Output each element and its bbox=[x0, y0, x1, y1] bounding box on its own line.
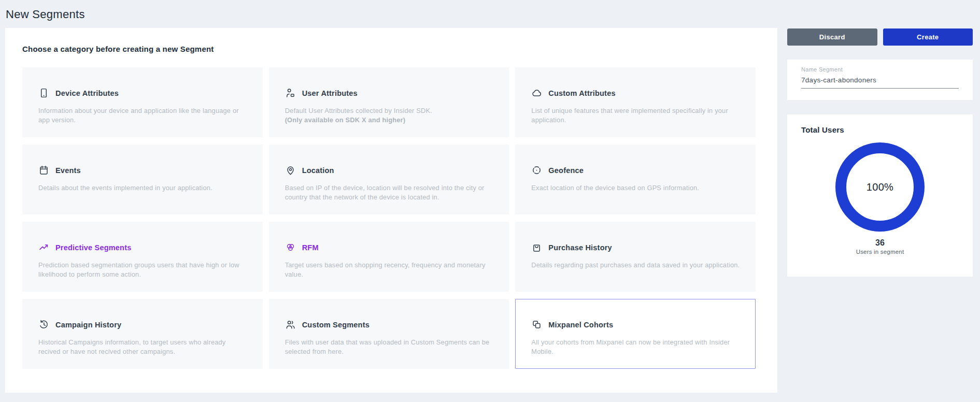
history-clock-icon bbox=[38, 319, 49, 330]
card-description: Target users based on shopping recency, … bbox=[285, 261, 494, 279]
card-title: Predictive Segments bbox=[55, 243, 131, 252]
category-grid: Device Attributes Information about your… bbox=[5, 53, 777, 369]
card-title: Campaign History bbox=[55, 321, 121, 329]
create-button[interactable]: Create bbox=[883, 28, 973, 46]
calendar-icon bbox=[38, 165, 49, 176]
total-users-card: Total Users 100% 36 Users in segment bbox=[787, 114, 973, 277]
card-head: Mixpanel Cohorts bbox=[531, 319, 741, 330]
card-description: Historical Campaigns information, to tar… bbox=[38, 338, 248, 356]
shopping-bag-icon bbox=[531, 242, 542, 253]
category-card-location[interactable]: Location Based on IP of the device, loca… bbox=[269, 145, 509, 214]
venn-diagram-icon bbox=[285, 242, 296, 253]
page-title: New Segments bbox=[6, 8, 85, 21]
card-description: List of unique features that were implem… bbox=[531, 106, 741, 125]
donut-percent-label: 100% bbox=[867, 181, 893, 193]
card-head: RFM bbox=[285, 242, 494, 253]
card-title: Purchase History bbox=[548, 243, 612, 252]
user-icon bbox=[285, 88, 296, 98]
card-head: Custom Attributes bbox=[531, 88, 741, 98]
card-head: Geofence bbox=[531, 165, 741, 176]
discard-button[interactable]: Discard bbox=[787, 28, 877, 46]
category-card-custom-attributes[interactable]: Custom Attributes List of unique feature… bbox=[515, 67, 756, 137]
category-card-custom-segments[interactable]: Custom Segments Files with user data tha… bbox=[269, 299, 509, 369]
category-card-predictive-segments[interactable]: Predictive Segments Prediction based seg… bbox=[22, 222, 263, 292]
card-title: Mixpanel Cohorts bbox=[548, 321, 613, 329]
category-panel: Choose a category before creating a new … bbox=[5, 28, 777, 393]
name-segment-input[interactable] bbox=[801, 73, 959, 89]
card-title: Custom Segments bbox=[302, 321, 370, 329]
smartphone-icon bbox=[38, 88, 49, 98]
total-users-title: Total Users bbox=[801, 125, 959, 134]
card-title: Location bbox=[302, 166, 334, 175]
card-description: Based on IP of the device, location will… bbox=[285, 183, 494, 202]
card-title: Events bbox=[55, 166, 81, 175]
card-title: RFM bbox=[302, 243, 319, 252]
card-head: Campaign History bbox=[38, 319, 248, 330]
card-description: All your cohorts from Mixpanel can now b… bbox=[531, 338, 741, 356]
users-icon bbox=[285, 319, 296, 330]
card-description: Details regarding past purchases and dat… bbox=[531, 261, 741, 270]
crosshair-icon bbox=[531, 165, 542, 176]
card-title: Geofence bbox=[548, 166, 584, 175]
panel-heading: Choose a category before creating a new … bbox=[5, 28, 777, 53]
card-title: Custom Attributes bbox=[548, 89, 615, 97]
card-head: Predictive Segments bbox=[38, 242, 248, 253]
card-description: Details about the events implemented in … bbox=[38, 183, 248, 193]
map-pin-icon bbox=[285, 165, 296, 176]
card-description: Default User Attributes collected by Ins… bbox=[285, 106, 494, 125]
users-in-segment-caption: Users in segment bbox=[801, 249, 959, 255]
segment-sidebar: Discard Create Name Segment Total Users … bbox=[787, 28, 973, 277]
card-description: Information about your device and applic… bbox=[38, 106, 248, 125]
category-card-rfm[interactable]: RFM Target users based on shopping recen… bbox=[269, 222, 509, 292]
users-in-segment-count: 36 bbox=[801, 238, 959, 248]
name-segment-label: Name Segment bbox=[801, 66, 959, 73]
card-description: Exact location of the device based on GP… bbox=[531, 183, 741, 193]
cloud-icon bbox=[531, 88, 542, 98]
category-card-events[interactable]: Events Details about the events implemen… bbox=[22, 145, 263, 214]
category-card-geofence[interactable]: Geofence Exact location of the device ba… bbox=[515, 145, 756, 214]
action-buttons: Discard Create bbox=[787, 28, 973, 46]
card-head: Events bbox=[38, 165, 248, 176]
card-head: Purchase History bbox=[531, 242, 741, 253]
card-description: Prediction based segmentation groups use… bbox=[38, 261, 248, 279]
card-head: Custom Segments bbox=[285, 319, 494, 330]
category-card-user-attributes[interactable]: User Attributes Default User Attributes … bbox=[269, 67, 509, 137]
category-card-campaign-history[interactable]: Campaign History Historical Campaigns in… bbox=[22, 299, 263, 369]
name-segment-card: Name Segment bbox=[787, 60, 973, 100]
total-users-donut-chart: 100% bbox=[835, 142, 925, 232]
card-title: Device Attributes bbox=[55, 89, 119, 97]
trending-up-icon bbox=[38, 242, 49, 253]
category-card-mixpanel-cohorts[interactable]: Mixpanel Cohorts All your cohorts from M… bbox=[515, 299, 756, 369]
category-card-purchase-history[interactable]: Purchase History Details regarding past … bbox=[515, 222, 756, 292]
linked-squares-icon bbox=[531, 319, 542, 330]
card-head: Location bbox=[285, 165, 494, 176]
card-description: Files with user data that was uploaded i… bbox=[285, 338, 494, 356]
card-title: User Attributes bbox=[302, 89, 358, 97]
category-card-device-attributes[interactable]: Device Attributes Information about your… bbox=[22, 67, 263, 137]
card-head: Device Attributes bbox=[38, 88, 248, 98]
card-head: User Attributes bbox=[285, 88, 494, 98]
card-description-line2: (Only available on SDK X and higher) bbox=[285, 116, 406, 124]
card-description-line1: Default User Attributes collected by Ins… bbox=[285, 107, 432, 114]
